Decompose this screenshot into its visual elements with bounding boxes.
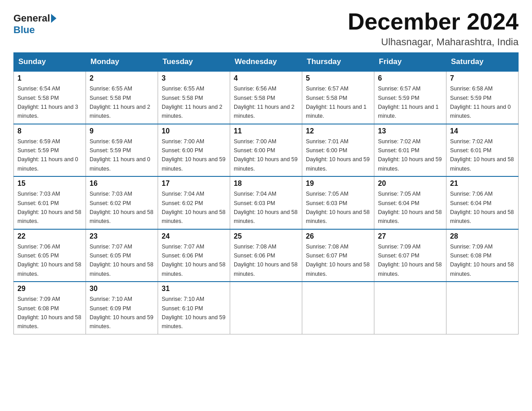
- calendar-header-wednesday: Wednesday: [230, 53, 302, 72]
- day-number: 12: [306, 127, 370, 135]
- subtitle: Ulhasnagar, Maharashtra, India: [348, 36, 519, 48]
- day-number: 24: [162, 232, 226, 240]
- logo: General Blue: [13, 13, 56, 36]
- day-info: Sunrise: 7:05 AMSunset: 6:04 PMDaylight:…: [378, 191, 442, 224]
- day-info: Sunrise: 7:08 AMSunset: 6:06 PMDaylight:…: [234, 244, 297, 277]
- calendar-cell: 4 Sunrise: 6:56 AMSunset: 5:58 PMDayligh…: [230, 71, 302, 124]
- calendar-cell: 31 Sunrise: 7:10 AMSunset: 6:10 PMDaylig…: [158, 282, 230, 334]
- calendar-cell: 3 Sunrise: 6:55 AMSunset: 5:58 PMDayligh…: [158, 71, 230, 124]
- day-info: Sunrise: 7:06 AMSunset: 6:04 PMDaylight:…: [450, 191, 514, 224]
- calendar-cell: 18 Sunrise: 7:04 AMSunset: 6:03 PMDaylig…: [230, 176, 302, 229]
- day-number: 16: [90, 180, 154, 188]
- day-info: Sunrise: 6:56 AMSunset: 5:58 PMDaylight:…: [234, 86, 295, 119]
- day-info: Sunrise: 6:55 AMSunset: 5:58 PMDaylight:…: [162, 86, 223, 119]
- calendar-cell: [230, 282, 302, 334]
- calendar-cell: 11 Sunrise: 7:00 AMSunset: 6:00 PMDaylig…: [230, 124, 302, 177]
- day-info: Sunrise: 7:10 AMSunset: 6:09 PMDaylight:…: [90, 296, 153, 330]
- title-block: December 2024 Ulhasnagar, Maharashtra, I…: [348, 9, 519, 48]
- day-info: Sunrise: 7:05 AMSunset: 6:03 PMDaylight:…: [306, 191, 369, 224]
- day-info: Sunrise: 7:01 AMSunset: 6:00 PMDaylight:…: [306, 138, 369, 172]
- logo-general: General: [13, 13, 56, 24]
- day-number: 25: [234, 232, 298, 240]
- day-number: 21: [450, 180, 515, 188]
- calendar-header-saturday: Saturday: [446, 53, 519, 72]
- calendar-header-sunday: Sunday: [14, 53, 86, 72]
- day-number: 22: [17, 232, 82, 240]
- day-number: 26: [306, 232, 370, 240]
- calendar-cell: 17 Sunrise: 7:04 AMSunset: 6:02 PMDaylig…: [158, 176, 230, 229]
- calendar-week-row: 1 Sunrise: 6:54 AMSunset: 5:58 PMDayligh…: [14, 71, 519, 124]
- day-info: Sunrise: 7:02 AMSunset: 6:01 PMDaylight:…: [378, 138, 442, 172]
- calendar-cell: 22 Sunrise: 7:06 AMSunset: 6:05 PMDaylig…: [14, 229, 86, 282]
- day-number: 23: [90, 232, 154, 240]
- day-number: 10: [162, 127, 226, 135]
- calendar-cell: [302, 282, 374, 334]
- day-number: 4: [234, 74, 298, 82]
- calendar-cell: 8 Sunrise: 6:59 AMSunset: 5:59 PMDayligh…: [14, 124, 86, 177]
- calendar-cell: 26 Sunrise: 7:08 AMSunset: 6:07 PMDaylig…: [302, 229, 374, 282]
- calendar-cell: 30 Sunrise: 7:10 AMSunset: 6:09 PMDaylig…: [86, 282, 158, 334]
- day-info: Sunrise: 7:08 AMSunset: 6:07 PMDaylight:…: [306, 244, 369, 277]
- calendar-cell: 5 Sunrise: 6:57 AMSunset: 5:58 PMDayligh…: [302, 71, 374, 124]
- day-info: Sunrise: 7:09 AMSunset: 6:08 PMDaylight:…: [17, 296, 81, 330]
- day-number: 19: [306, 180, 370, 188]
- day-number: 31: [162, 285, 226, 293]
- day-number: 14: [450, 127, 515, 135]
- day-info: Sunrise: 7:04 AMSunset: 6:02 PMDaylight:…: [162, 191, 225, 224]
- day-info: Sunrise: 6:54 AMSunset: 5:58 PMDaylight:…: [17, 86, 78, 119]
- day-number: 18: [234, 180, 298, 188]
- calendar-cell: 23 Sunrise: 7:07 AMSunset: 6:05 PMDaylig…: [86, 229, 158, 282]
- day-info: Sunrise: 6:58 AMSunset: 5:59 PMDaylight:…: [450, 86, 511, 119]
- day-number: 30: [90, 285, 154, 293]
- logo-general-text: General: [13, 13, 50, 24]
- calendar-cell: 16 Sunrise: 7:03 AMSunset: 6:02 PMDaylig…: [86, 176, 158, 229]
- calendar-cell: 21 Sunrise: 7:06 AMSunset: 6:04 PMDaylig…: [446, 176, 519, 229]
- day-info: Sunrise: 7:04 AMSunset: 6:03 PMDaylight:…: [234, 191, 297, 224]
- day-info: Sunrise: 6:59 AMSunset: 5:59 PMDaylight:…: [17, 138, 78, 172]
- day-number: 2: [90, 74, 154, 82]
- day-number: 6: [378, 74, 442, 82]
- day-info: Sunrise: 7:09 AMSunset: 6:08 PMDaylight:…: [450, 244, 514, 277]
- calendar-cell: 19 Sunrise: 7:05 AMSunset: 6:03 PMDaylig…: [302, 176, 374, 229]
- day-info: Sunrise: 7:09 AMSunset: 6:07 PMDaylight:…: [378, 244, 442, 277]
- day-number: 29: [17, 285, 82, 293]
- calendar-cell: 9 Sunrise: 6:59 AMSunset: 5:59 PMDayligh…: [86, 124, 158, 177]
- day-number: 1: [17, 74, 82, 82]
- day-info: Sunrise: 7:02 AMSunset: 6:01 PMDaylight:…: [450, 138, 514, 172]
- calendar-cell: 25 Sunrise: 7:08 AMSunset: 6:06 PMDaylig…: [230, 229, 302, 282]
- calendar-cell: 27 Sunrise: 7:09 AMSunset: 6:07 PMDaylig…: [374, 229, 446, 282]
- day-number: 13: [378, 127, 442, 135]
- day-info: Sunrise: 7:03 AMSunset: 6:02 PMDaylight:…: [90, 191, 153, 224]
- calendar-header-row: SundayMondayTuesdayWednesdayThursdayFrid…: [14, 53, 519, 72]
- day-number: 17: [162, 180, 226, 188]
- calendar-cell: 14 Sunrise: 7:02 AMSunset: 6:01 PMDaylig…: [446, 124, 519, 177]
- day-number: 5: [306, 74, 370, 82]
- main-title: December 2024: [348, 9, 519, 34]
- day-number: 7: [450, 74, 515, 82]
- calendar-cell: 28 Sunrise: 7:09 AMSunset: 6:08 PMDaylig…: [446, 229, 519, 282]
- calendar-header-tuesday: Tuesday: [158, 53, 230, 72]
- day-info: Sunrise: 7:10 AMSunset: 6:10 PMDaylight:…: [162, 296, 225, 330]
- day-info: Sunrise: 7:03 AMSunset: 6:01 PMDaylight:…: [17, 191, 81, 224]
- calendar-cell: 29 Sunrise: 7:09 AMSunset: 6:08 PMDaylig…: [14, 282, 86, 334]
- logo-arrow-icon: [51, 14, 56, 23]
- calendar-cell: 24 Sunrise: 7:07 AMSunset: 6:06 PMDaylig…: [158, 229, 230, 282]
- day-number: 27: [378, 232, 442, 240]
- day-info: Sunrise: 7:07 AMSunset: 6:06 PMDaylight:…: [162, 244, 225, 277]
- calendar-cell: 6 Sunrise: 6:57 AMSunset: 5:59 PMDayligh…: [374, 71, 446, 124]
- calendar-cell: 1 Sunrise: 6:54 AMSunset: 5:58 PMDayligh…: [14, 71, 86, 124]
- calendar-header-monday: Monday: [86, 53, 158, 72]
- day-info: Sunrise: 6:57 AMSunset: 5:59 PMDaylight:…: [378, 86, 439, 119]
- calendar-cell: 13 Sunrise: 7:02 AMSunset: 6:01 PMDaylig…: [374, 124, 446, 177]
- calendar-cell: [446, 282, 519, 334]
- calendar-cell: 20 Sunrise: 7:05 AMSunset: 6:04 PMDaylig…: [374, 176, 446, 229]
- calendar-cell: 7 Sunrise: 6:58 AMSunset: 5:59 PMDayligh…: [446, 71, 519, 124]
- day-number: 9: [90, 127, 154, 135]
- day-number: 3: [162, 74, 226, 82]
- day-info: Sunrise: 6:57 AMSunset: 5:58 PMDaylight:…: [306, 86, 367, 119]
- calendar-week-row: 8 Sunrise: 6:59 AMSunset: 5:59 PMDayligh…: [14, 124, 519, 177]
- calendar-cell: 2 Sunrise: 6:55 AMSunset: 5:58 PMDayligh…: [86, 71, 158, 124]
- day-info: Sunrise: 6:55 AMSunset: 5:58 PMDaylight:…: [90, 86, 150, 119]
- day-number: 8: [17, 127, 82, 135]
- day-number: 28: [450, 232, 515, 240]
